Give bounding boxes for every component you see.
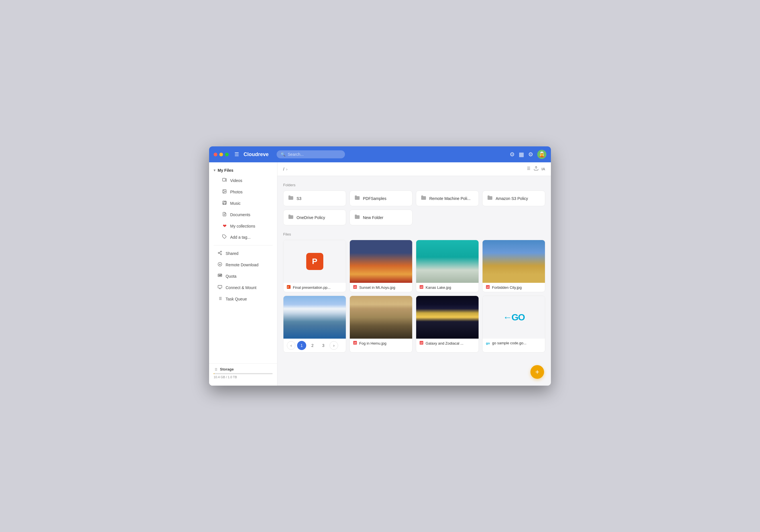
app-title: Cloudreve <box>244 152 269 157</box>
file-thumbnail <box>416 296 479 339</box>
sidebar-item-task-queue[interactable]: Task Queue <box>212 293 275 304</box>
file-name: Final presentation.pp... <box>293 286 330 289</box>
go-type-icon: go <box>486 341 490 345</box>
settings-icon[interactable]: ⚙ <box>510 151 515 158</box>
view-icons: IA <box>526 166 545 172</box>
quota-icon <box>217 273 223 279</box>
sidebar-item-label: Connect & Mount <box>226 286 257 290</box>
file-thumbnail <box>483 240 545 283</box>
file-info: P Final presentation.pp... <box>283 283 346 292</box>
sidebar: ▾ My Files Videos Photos Music <box>209 162 277 386</box>
image-type-icon <box>353 341 357 345</box>
content-area: / › IA Folders <box>277 162 551 386</box>
prev-page-button[interactable]: ‹ <box>287 341 295 350</box>
titlebar-actions: ⚙ ▦ ⚙ 🧝 <box>510 150 546 159</box>
upload-icon[interactable] <box>534 166 539 172</box>
svg-text:P: P <box>287 286 289 288</box>
sidebar-divider <box>214 245 273 245</box>
files-label: Files <box>283 232 545 236</box>
svg-rect-18 <box>219 275 220 276</box>
sidebar-item-label: Task Queue <box>226 297 247 301</box>
videos-icon <box>222 178 227 183</box>
file-info: Fog in Hemu.jpg <box>350 339 412 348</box>
file-thumbnail <box>350 296 412 339</box>
svg-rect-48 <box>420 341 423 345</box>
avatar[interactable]: 🧝 <box>537 150 546 159</box>
storage-usage: 10.4 GB / 1.0 TB <box>214 376 273 379</box>
add-fab-button[interactable]: + <box>530 365 544 379</box>
file-card[interactable]: Fog in Hemu.jpg <box>350 296 412 353</box>
minimize-button[interactable] <box>219 153 223 156</box>
file-card[interactable]: Forbidden City.jpg <box>482 240 545 292</box>
grid-icon[interactable]: ▦ <box>519 151 524 158</box>
traffic-lights <box>214 153 229 156</box>
folder-icon <box>355 195 360 202</box>
file-card[interactable]: Sunset in Mt.Aoyu.jpg <box>350 240 412 292</box>
file-name: go sample code.go... <box>492 341 526 345</box>
search-input[interactable] <box>288 152 341 156</box>
file-card[interactable]: Galaxy and Zodiacal ... <box>416 296 479 353</box>
photos-icon <box>222 189 227 195</box>
folder-card[interactable]: Amazon S3 Policy <box>482 191 545 206</box>
music-icon <box>222 200 227 206</box>
next-page-button[interactable]: › <box>330 341 338 350</box>
svg-rect-47 <box>353 341 357 345</box>
folder-name: Remote Machine Poli... <box>429 196 471 201</box>
file-card[interactable]: ‹ 1 2 3 › <box>283 296 346 353</box>
sidebar-item-music[interactable]: Music <box>212 198 275 209</box>
gear-icon[interactable]: ⚙ <box>528 151 533 158</box>
menu-icon[interactable]: ☰ <box>234 151 239 157</box>
folder-card[interactable]: New Folder <box>350 210 412 225</box>
connect-icon <box>217 285 223 290</box>
file-thumbnail <box>350 240 412 283</box>
file-card[interactable]: P P Final presentation.pp... <box>283 240 346 292</box>
close-button[interactable] <box>214 153 217 156</box>
file-card[interactable]: ←GO go go sample code.go... <box>482 296 545 353</box>
image-type-icon <box>420 285 423 289</box>
folder-card[interactable]: PDFSamples <box>350 191 412 206</box>
page-3-button[interactable]: 3 <box>319 341 328 350</box>
folder-icon <box>288 195 294 202</box>
file-thumbnail <box>416 240 479 283</box>
my-files-header[interactable]: ▾ My Files <box>209 166 277 175</box>
sidebar-item-documents[interactable]: Documents <box>212 209 275 220</box>
sidebar-item-videos[interactable]: Videos <box>212 175 275 186</box>
storage-label: Storage <box>214 367 273 372</box>
maximize-button[interactable] <box>225 153 229 156</box>
sidebar-item-label: Videos <box>230 178 242 183</box>
sidebar-item-label: Add a tag... <box>230 235 251 240</box>
folder-icon <box>487 195 493 202</box>
search-bar[interactable]: 🔍 <box>277 151 345 158</box>
titlebar: ☰ Cloudreve 🔍 ⚙ ▦ ⚙ 🧝 <box>209 146 551 162</box>
page-1-button[interactable]: 1 <box>297 341 306 350</box>
file-info: Forbidden City.jpg <box>483 283 545 292</box>
sidebar-item-shared[interactable]: Shared <box>212 248 275 259</box>
heart-icon: ❤ <box>222 223 227 229</box>
file-card[interactable]: Kanas Lake.jpg <box>416 240 479 292</box>
svg-rect-46 <box>486 285 490 289</box>
sidebar-item-label: Documents <box>230 212 250 217</box>
breadcrumb-root[interactable]: / <box>283 167 284 171</box>
sidebar-item-quota[interactable]: Quota <box>212 271 275 282</box>
remote-download-icon <box>217 262 223 268</box>
page-2-button[interactable]: 2 <box>308 341 317 350</box>
sidebar-item-connect-mount[interactable]: Connect & Mount <box>212 282 275 293</box>
sidebar-item-remote-download[interactable]: Remote Download <box>212 259 275 270</box>
image-type-icon <box>486 285 490 289</box>
sidebar-item-tags[interactable]: Add a tag... <box>212 232 275 243</box>
file-name: Fog in Hemu.jpg <box>359 341 386 345</box>
breadcrumb-arrow: › <box>286 167 287 171</box>
content-header: / › IA <box>277 162 551 176</box>
storage-icon <box>214 367 217 372</box>
svg-point-5 <box>225 203 226 204</box>
folder-card[interactable]: OneDrive Policy <box>283 210 346 225</box>
list-view-icon[interactable] <box>526 166 531 172</box>
sidebar-item-photos[interactable]: Photos <box>212 187 275 198</box>
pptx-icon: P <box>306 253 323 270</box>
folders-grid: S3 PDFSamples Remote Machine Poli... <box>283 191 545 225</box>
sidebar-item-collections[interactable]: ❤ My collections <box>212 221 275 231</box>
svg-rect-19 <box>221 274 221 276</box>
folder-card[interactable]: Remote Machine Poli... <box>416 191 479 206</box>
sort-icon[interactable]: IA <box>542 167 545 171</box>
folder-card[interactable]: S3 <box>283 191 346 206</box>
